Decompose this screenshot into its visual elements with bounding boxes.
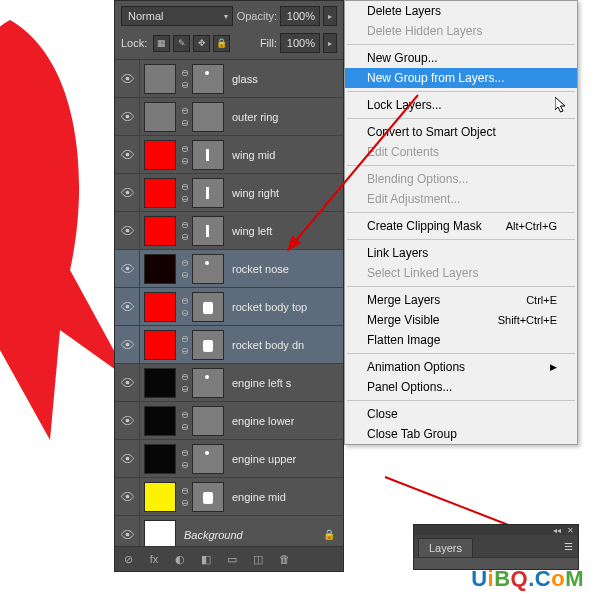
layer-name-label[interactable]: rocket nose <box>232 263 289 275</box>
layer-mask-thumbnail[interactable] <box>192 368 224 398</box>
tab-layers[interactable]: Layers <box>418 538 473 557</box>
visibility-toggle[interactable] <box>115 364 140 401</box>
mask-link-icon[interactable] <box>179 293 189 321</box>
menu-item[interactable]: New Group from Layers... <box>345 68 577 88</box>
menu-item[interactable]: Animation Options▶ <box>345 357 577 377</box>
link-layers-icon[interactable]: ⊘ <box>121 553 135 566</box>
layer-row[interactable]: rocket body dn <box>115 326 343 364</box>
layer-thumbnail[interactable] <box>144 140 176 170</box>
layer-row[interactable]: wing right <box>115 174 343 212</box>
visibility-toggle[interactable] <box>115 288 140 325</box>
layer-mask-thumbnail[interactable] <box>192 482 224 512</box>
layer-mask-thumbnail[interactable] <box>192 330 224 360</box>
visibility-toggle[interactable] <box>115 440 140 477</box>
mask-link-icon[interactable] <box>179 331 189 359</box>
adjustment-layer-icon[interactable]: ◧ <box>199 553 213 566</box>
layer-row[interactable]: rocket body top <box>115 288 343 326</box>
layer-thumbnail[interactable] <box>144 216 176 246</box>
delete-layer-icon[interactable]: 🗑 <box>277 553 291 565</box>
mask-link-icon[interactable] <box>179 141 189 169</box>
layer-mask-thumbnail[interactable] <box>192 406 224 436</box>
layer-row[interactable]: engine left s <box>115 364 343 402</box>
lock-position-icon[interactable]: ✥ <box>193 35 210 52</box>
lock-transparency-icon[interactable]: ▦ <box>153 35 170 52</box>
blend-mode-dropdown[interactable]: Normal ▾ <box>121 6 233 26</box>
layer-name-label[interactable]: rocket body top <box>232 301 307 313</box>
menu-item[interactable]: New Group... <box>345 48 577 68</box>
opacity-input[interactable]: 100% <box>280 6 320 26</box>
layer-row[interactable]: wing mid <box>115 136 343 174</box>
layer-mask-thumbnail[interactable] <box>192 292 224 322</box>
lock-pixels-icon[interactable]: ✎ <box>173 35 190 52</box>
close-icon[interactable]: ✕ <box>567 526 574 535</box>
visibility-toggle[interactable] <box>115 212 140 249</box>
layer-thumbnail[interactable] <box>144 178 176 208</box>
menu-item[interactable]: Flatten Image <box>345 330 577 350</box>
menu-item[interactable]: Lock Layers... <box>345 95 577 115</box>
layer-mask-thumbnail[interactable] <box>192 444 224 474</box>
layer-row[interactable]: rocket nose <box>115 250 343 288</box>
menu-item[interactable]: Create Clipping MaskAlt+Ctrl+G <box>345 216 577 236</box>
panel-menu-icon[interactable]: ☰ <box>561 539 575 553</box>
visibility-toggle[interactable] <box>115 98 140 135</box>
layer-thumbnail[interactable] <box>144 64 176 94</box>
layer-name-label[interactable]: engine left s <box>232 377 291 389</box>
mask-link-icon[interactable] <box>179 369 189 397</box>
layer-thumbnail[interactable] <box>144 254 176 284</box>
layer-name-label[interactable]: engine lower <box>232 415 294 427</box>
layer-mask-thumbnail[interactable] <box>192 178 224 208</box>
visibility-toggle[interactable] <box>115 250 140 287</box>
visibility-toggle[interactable] <box>115 478 140 515</box>
fill-flyout-icon[interactable]: ▸ <box>323 33 337 53</box>
visibility-toggle[interactable] <box>115 174 140 211</box>
layer-row[interactable]: engine upper <box>115 440 343 478</box>
layer-mask-thumbnail[interactable] <box>192 140 224 170</box>
layer-name-label[interactable]: engine upper <box>232 453 296 465</box>
layer-row[interactable]: engine mid <box>115 478 343 516</box>
layer-mask-thumbnail[interactable] <box>192 64 224 94</box>
layer-thumbnail[interactable] <box>144 444 176 474</box>
lock-all-icon[interactable]: 🔒 <box>213 35 230 52</box>
layer-row[interactable]: wing left <box>115 212 343 250</box>
layer-thumbnail[interactable] <box>144 520 176 550</box>
mask-link-icon[interactable] <box>179 483 189 511</box>
menu-item[interactable]: Merge VisibleShift+Ctrl+E <box>345 310 577 330</box>
opacity-flyout-icon[interactable]: ▸ <box>323 6 337 26</box>
mask-link-icon[interactable] <box>179 217 189 245</box>
menu-item[interactable]: Link Layers <box>345 243 577 263</box>
layer-name-label[interactable]: Background <box>184 529 243 541</box>
mask-link-icon[interactable] <box>179 103 189 131</box>
mask-link-icon[interactable] <box>179 179 189 207</box>
layer-row[interactable]: outer ring <box>115 98 343 136</box>
layer-thumbnail[interactable] <box>144 406 176 436</box>
add-mask-icon[interactable]: ◐ <box>173 553 187 566</box>
layer-mask-thumbnail[interactable] <box>192 216 224 246</box>
visibility-toggle[interactable] <box>115 402 140 439</box>
layer-thumbnail[interactable] <box>144 368 176 398</box>
layer-name-label[interactable]: wing left <box>232 225 272 237</box>
layer-thumbnail[interactable] <box>144 482 176 512</box>
mask-link-icon[interactable] <box>179 407 189 435</box>
visibility-toggle[interactable] <box>115 136 140 173</box>
menu-item[interactable]: Panel Options... <box>345 377 577 397</box>
layer-name-label[interactable]: outer ring <box>232 111 278 123</box>
fill-input[interactable]: 100% <box>280 33 320 53</box>
layer-fx-icon[interactable]: fx <box>147 553 161 565</box>
layer-mask-thumbnail[interactable] <box>192 102 224 132</box>
menu-item[interactable]: Close <box>345 404 577 424</box>
menu-item[interactable]: Close Tab Group <box>345 424 577 444</box>
layer-thumbnail[interactable] <box>144 330 176 360</box>
layer-name-label[interactable]: engine mid <box>232 491 286 503</box>
new-layer-icon[interactable]: ◫ <box>251 553 265 566</box>
new-group-icon[interactable]: ▭ <box>225 553 239 566</box>
mask-link-icon[interactable] <box>179 255 189 283</box>
layer-row[interactable]: engine lower <box>115 402 343 440</box>
visibility-toggle[interactable] <box>115 60 140 97</box>
layer-thumbnail[interactable] <box>144 102 176 132</box>
mask-link-icon[interactable] <box>179 65 189 93</box>
visibility-toggle[interactable] <box>115 326 140 363</box>
menu-item[interactable]: Convert to Smart Object <box>345 122 577 142</box>
layer-name-label[interactable]: wing right <box>232 187 279 199</box>
menu-item[interactable]: Delete Layers <box>345 1 577 21</box>
layer-mask-thumbnail[interactable] <box>192 254 224 284</box>
